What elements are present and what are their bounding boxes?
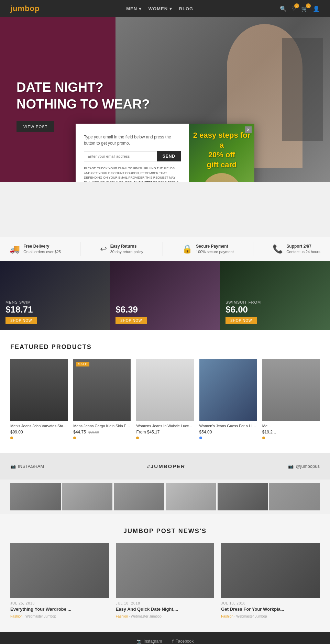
trust-divider-1 (80, 242, 80, 256)
promo-text: 2 easy steps for a 20% off gift card (189, 131, 254, 170)
news-card-1: JUL 25, 2018 Everything Your Wardrobe ..… (10, 543, 109, 618)
instagram-label-text: INSTAGRAM (18, 464, 44, 469)
nav-icons: 🔍 ♡ 0 🛒 0 👤 (280, 5, 320, 12)
news-category-link-2[interactable]: Fashion (116, 614, 128, 618)
news-headline-2[interactable]: Easy And Quick Date Night,... (116, 607, 214, 612)
product-card-4: Women's Jeans Guess For a Hig... $54.00 (199, 359, 257, 439)
hero-title: DATE NIGHT? Nothing To Wear? (16, 79, 150, 113)
product-old-price-2: $69.00 (88, 430, 99, 434)
product-dots-5 (262, 437, 320, 439)
product-price-1: $99.00 (10, 430, 68, 434)
cart-badge: 0 (306, 3, 311, 8)
insta-cell-2[interactable] (62, 483, 113, 510)
product-img-5[interactable] (262, 359, 320, 421)
support-icon: 📞 (273, 244, 283, 254)
banner-2-shop-button[interactable]: SHOP NOW (116, 317, 147, 324)
hero-section: DATE NIGHT? Nothing To Wear? VIEW POST ✕… (0, 17, 330, 182)
footer-instagram-link[interactable]: 📷 Instagram (136, 639, 162, 644)
logo[interactable]: jumbop (10, 4, 40, 13)
product-image-fill-2 (73, 359, 131, 421)
promo-text-line2: gift card (207, 160, 237, 169)
modal-close-button[interactable]: ✕ (245, 126, 252, 133)
trust-delivery-text: Free Delivery On all orders over $25 (23, 244, 61, 255)
news-img-fill-2 (116, 543, 214, 598)
news-img-2[interactable] (116, 543, 214, 598)
product-dots-3 (136, 437, 194, 439)
user-icon[interactable]: 👤 (313, 5, 320, 12)
news-section-title: JUMBOP POST NEWS'S (10, 528, 320, 535)
product-tag-2: SALE (76, 362, 89, 366)
news-category-link-3[interactable]: Fashion (221, 614, 233, 618)
insta-cell-4[interactable] (166, 483, 216, 510)
instagram-grid (10, 483, 320, 510)
banner-2-price: $6.39 (116, 304, 147, 315)
featured-products-section: FEATURED PRODUCTS Men's Jeans John Varva… (0, 330, 330, 453)
news-headline-3[interactable]: Get Dress For Your Workpla... (221, 607, 320, 612)
news-headline-1[interactable]: Everything Your Wardrobe ... (10, 607, 109, 612)
news-img-3[interactable] (221, 543, 320, 598)
trust-support-subtitle: Contact us 24 hours (286, 250, 320, 254)
insta-cell-5[interactable] (218, 483, 268, 510)
news-img-fill-1 (10, 543, 109, 598)
featured-products-title: FEATURED PRODUCTS (10, 343, 320, 351)
hero-title-line2: Nothing To Wear? (16, 97, 150, 111)
promo-banner-1: MENS SWIM $18.71 SHOP NOW (0, 261, 110, 330)
product-image-fill-3 (136, 359, 194, 421)
product-price-3: From $45.17 (136, 430, 194, 434)
banner-1-shop-button[interactable]: SHOP NOW (6, 317, 37, 324)
insta-cell-3[interactable] (114, 483, 164, 510)
instagram-footer-icon: 📷 (136, 639, 142, 644)
product-img-3[interactable] (136, 359, 194, 421)
product-image-fill-4 (199, 359, 257, 421)
instagram-label: 📷 INSTAGRAM (10, 464, 44, 469)
modal-terms-link[interactable]: CLICK HERE (133, 181, 152, 182)
promo-discount-text: 20% off (208, 150, 235, 159)
trust-divider-3 (253, 242, 253, 256)
product-name-3: Womens Jeans In Waistie Lucc... (136, 423, 194, 428)
product-card-1: Men's Jeans John Varvatos Sta... $99.00 (10, 359, 68, 439)
promo-banner-3: SWIMSUIT FROM $6.00 SHOP NOW (220, 261, 330, 330)
trust-payment-subtitle: 100% secure payment (196, 250, 233, 254)
product-img-4[interactable] (199, 359, 257, 421)
product-name-4: Women's Jeans Guess For a Hig... (199, 423, 257, 428)
product-image-fill-1 (10, 359, 68, 421)
modal-email-input[interactable] (84, 151, 157, 161)
logo-text: jumb (10, 4, 30, 13)
product-card-3: Womens Jeans In Waistie Lucc... From $45… (136, 359, 194, 439)
insta-cell-1[interactable] (10, 483, 61, 510)
product-card-2: SALE Mens Jeans Cargo Klein Skin FC S...… (73, 359, 131, 439)
news-card-3: JUL 13, 2018 Get Dress For Your Workpla.… (221, 543, 320, 618)
product-img-2[interactable]: SALE (73, 359, 131, 421)
news-img-1[interactable] (10, 543, 109, 598)
delivery-icon: 🚚 (10, 244, 20, 254)
banner-3-content: SWIMSUIT FROM $6.00 SHOP NOW (226, 300, 261, 324)
trust-delivery-subtitle: On all orders over $25 (23, 250, 61, 254)
trust-item-support: 📞 Support 24/7 Contact us 24 hours (273, 244, 320, 255)
search-icon[interactable]: 🔍 (280, 5, 287, 12)
news-category-link-1[interactable]: Fashion (10, 614, 23, 618)
news-meta-2: Fashion · Webmaster Jumbop (116, 614, 214, 618)
modal-send-button[interactable]: SEND (157, 151, 181, 161)
footer-instagram-label: Instagram (144, 639, 162, 644)
wishlist-icon[interactable]: ♡ 0 (292, 5, 296, 12)
news-date-2: JUL 18, 2018 (116, 601, 214, 605)
instagram-handle: 📷 @jumbopus (288, 464, 320, 469)
product-price-5: $19.2... (262, 430, 320, 434)
instagram-bar: 📷 INSTAGRAM #JUMBOPER 📷 @jumbopus (0, 453, 330, 479)
cart-icon[interactable]: 🛒 0 (301, 5, 308, 12)
nav-women[interactable]: WOMEN ▾ (148, 6, 172, 11)
nav-men[interactable]: MEN ▾ (126, 6, 142, 11)
trust-item-returns: ↩ Easy Returns 30 day return policy (100, 244, 143, 255)
promo-banner-2: $6.39 SHOP NOW (110, 261, 220, 330)
trust-item-delivery: 🚚 Free Delivery On all orders over $25 (10, 244, 61, 255)
modal-left-panel: Type your email in the field below and p… (76, 124, 189, 182)
footer-facebook-link[interactable]: f Facebook (172, 639, 194, 644)
banner-3-shop-button[interactable]: SHOP NOW (226, 317, 257, 324)
trust-divider-2 (163, 242, 163, 256)
product-img-1[interactable] (10, 359, 68, 421)
news-card-2: JUL 18, 2018 Easy And Quick Date Night,.… (116, 543, 214, 618)
nav-blog[interactable]: BLOG (179, 6, 194, 11)
insta-cell-6[interactable] (269, 483, 320, 510)
trust-support-title: Support 24/7 (286, 244, 320, 249)
product-price-4: $54.00 (199, 430, 257, 434)
